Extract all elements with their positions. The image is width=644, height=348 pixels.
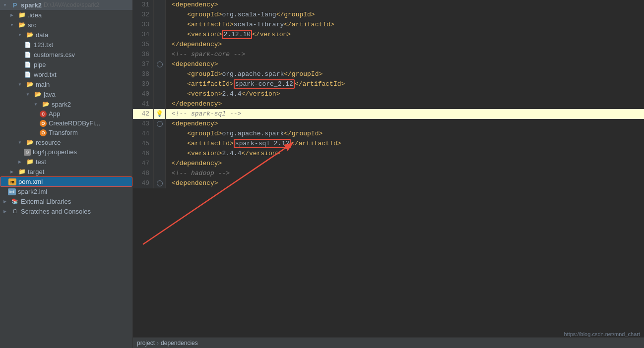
sidebar-item-main[interactable]: main (0, 79, 132, 89)
sidebar-item-data[interactable]: data (0, 30, 132, 40)
editor-area: 31 <dependency> 32 <groupId>org.scala-la… (133, 0, 644, 348)
sidebar-item-test[interactable]: test (0, 157, 132, 167)
test-folder-icon (26, 158, 34, 166)
csv-file-icon: 📄 (24, 51, 32, 58)
main-arrow-icon (16, 80, 24, 88)
line-number-43: 43 (133, 119, 154, 129)
code-line-33: 33 <artifactId>scala-library</artifactId… (133, 20, 644, 30)
idea-folder-icon (18, 11, 26, 19)
sidebar-item-resource[interactable]: resource (0, 137, 132, 147)
code-content-33: <artifactId>scala-library</artifactId> (166, 20, 644, 30)
sidebar-item-scratches[interactable]: Scratches and Consoles (0, 206, 132, 216)
sidebar-item-idea[interactable]: .idea (0, 10, 132, 20)
code-content-36: <!-- spark-core --> (166, 50, 644, 59)
project-icon: P (11, 1, 19, 9)
sidebar-item-extlibs-label: External Libraries (21, 198, 71, 205)
line-number-42: 42 (133, 109, 154, 119)
gutter-33 (154, 20, 166, 30)
sidebar-item-extlibs[interactable]: External Libraries (0, 196, 132, 206)
sidebar-item-transform[interactable]: O Transform (0, 128, 132, 137)
src-folder-icon (18, 21, 26, 29)
sidebar-item-pomxml-label: pom.xml (18, 178, 43, 185)
gutter-36 (154, 50, 166, 59)
line-number-46: 46 (133, 149, 154, 159)
project-path: D:\JAVA\code\spark2 (44, 1, 99, 8)
watermark: https://blog.csdn.net/mnd_chart (564, 331, 640, 337)
sidebar-item-target-label: target (28, 168, 44, 175)
txt-file-icon: 📄 (24, 41, 32, 49)
java-folder-icon (34, 90, 42, 98)
sidebar-item-customers-label: customers.csv (34, 51, 75, 58)
resource-arrow-icon (16, 138, 24, 146)
sidebar-item-target[interactable]: target (0, 167, 132, 176)
extlibs-icon (11, 197, 19, 205)
gutter-34 (154, 30, 166, 40)
sidebar-item-123txt[interactable]: 📄 123.txt (0, 40, 132, 50)
sidebar-item-resource-label: resource (36, 139, 61, 146)
wordtxt-file-icon: 📄 (24, 70, 32, 78)
main-folder-icon (26, 80, 34, 88)
gutter-45 (154, 139, 166, 149)
code-line-40: 40 <version>2.4.4</version> (133, 89, 644, 99)
sidebar-item-idea-label: .idea (28, 11, 42, 19)
code-line-45: 45 <artifactId>spark-sql_2.12</artifactI… (133, 139, 644, 149)
gutter-39 (154, 79, 166, 89)
line-number-32: 32 (133, 10, 154, 20)
pomxml-file-icon: m (8, 178, 16, 185)
code-line-41: 41 </dependency> (133, 99, 644, 109)
code-content-40: <version>2.4.4</version> (166, 89, 644, 99)
line-number-44: 44 (133, 129, 154, 139)
target-folder-icon (18, 168, 26, 175)
line-number-39: 39 (133, 79, 154, 89)
sidebar-item-wordtxt[interactable]: 📄 word.txt (0, 69, 132, 79)
code-content-38: <groupId>org.apache.spark</groupId> (166, 69, 644, 79)
gutter-dot-37 (157, 61, 163, 67)
sidebar-item-src[interactable]: src (0, 20, 132, 30)
sidebar-item-customers[interactable]: 📄 customers.csv (0, 50, 132, 59)
sidebar-item-src-label: src (28, 21, 36, 29)
code-line-47: 47 </dependency> (133, 159, 644, 169)
sidebar-item-spark2pkg[interactable]: spark2 (0, 99, 132, 109)
resource-folder-icon (26, 138, 34, 146)
gutter-42: 💡 (154, 109, 166, 119)
sidebar-item-createrdd-label: CreateRDDByFi... (49, 119, 100, 127)
code-content-34: <version>2.12.10</version> (166, 30, 644, 40)
sidebar-item-project[interactable]: P spark2 D:\JAVA\code\spark2 (0, 0, 132, 10)
code-content-48: <!-- hadoop --> (166, 169, 644, 178)
sidebar-item-java[interactable]: java (0, 89, 132, 99)
code-line-48: 48 <!-- hadoop --> (133, 169, 644, 178)
line-number-48: 48 (133, 169, 154, 178)
sidebar-item-spark2iml[interactable]: iml spark2.iml (0, 187, 132, 196)
sidebar-item-app[interactable]: C App (0, 109, 132, 118)
sidebar-item-transform-label: Transform (49, 129, 78, 136)
code-content-41: </dependency> (166, 99, 644, 109)
gutter-38 (154, 69, 166, 79)
breadcrumb-bar: project › dependencies (133, 337, 644, 348)
sidebar-item-createrdd[interactable]: O CreateRDDByFi... (0, 118, 132, 128)
gutter-40 (154, 89, 166, 99)
sidebar-item-log4j[interactable]: log4j.properties (0, 147, 132, 157)
createrdd-scala-icon: O (40, 120, 47, 127)
code-line-44: 44 <groupId>org.apache.spark</groupId> (133, 129, 644, 139)
code-line-49: 49 <dependency> (133, 178, 644, 188)
breadcrumb-dependencies: dependencies (161, 340, 198, 347)
gutter-44 (154, 129, 166, 139)
gutter-dot-43 (157, 121, 163, 127)
line-number-34: 34 (133, 30, 154, 40)
gutter-47 (154, 159, 166, 169)
code-content-37: <dependency> (166, 59, 644, 69)
gutter-31 (154, 0, 166, 10)
bulb-icon-42[interactable]: 💡 (156, 109, 163, 119)
line-number-37: 37 (133, 59, 154, 69)
extlibs-arrow-icon (1, 197, 9, 205)
sidebar-item-pipe[interactable]: 📄 pipe (0, 59, 132, 69)
code-line-34: 34 <version>2.12.10</version> (133, 30, 644, 40)
sidebar-item-123txt-label: 123.txt (34, 41, 53, 49)
data-folder-icon (26, 31, 34, 39)
sidebar-item-pomxml[interactable]: m pom.xml (0, 176, 132, 187)
project-name: spark2 (21, 1, 42, 9)
spark2pkg-arrow-icon (32, 100, 40, 108)
code-line-42: 42 💡 <!-- spark-sql --> (133, 109, 644, 119)
sidebar: P spark2 D:\JAVA\code\spark2 .idea src d… (0, 0, 133, 348)
code-content-47: </dependency> (166, 159, 644, 169)
